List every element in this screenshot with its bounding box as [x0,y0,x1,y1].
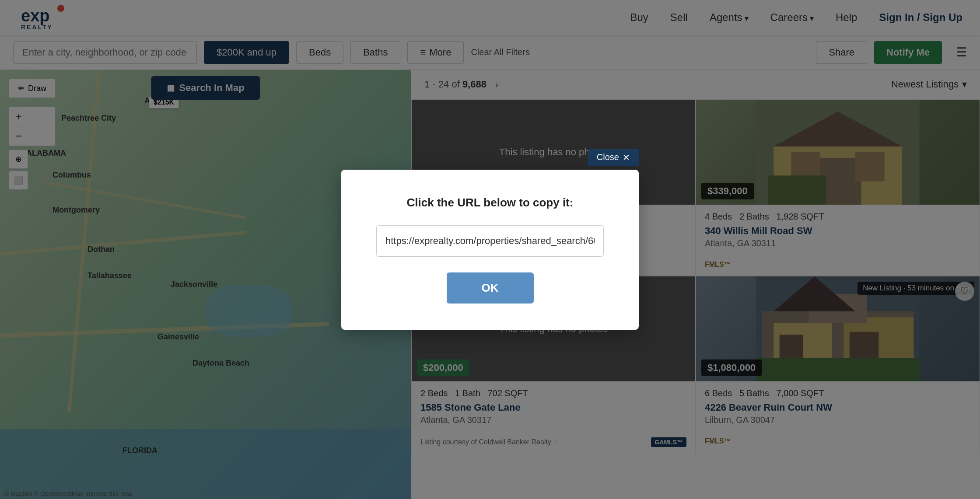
modal-ok-button[interactable]: OK [447,272,534,304]
modal-title: Click the URL below to copy it: [376,196,604,209]
share-modal: Click the URL below to copy it: OK [341,170,639,330]
share-url-input[interactable] [376,225,604,257]
modal-wrapper: Close ✕ Click the URL below to copy it: … [341,170,639,330]
close-label: Close [597,152,619,162]
modal-close-bar: Close ✕ [588,149,639,166]
modal-overlay[interactable]: Close ✕ Click the URL below to copy it: … [0,0,980,499]
close-icon: ✕ [623,152,630,163]
